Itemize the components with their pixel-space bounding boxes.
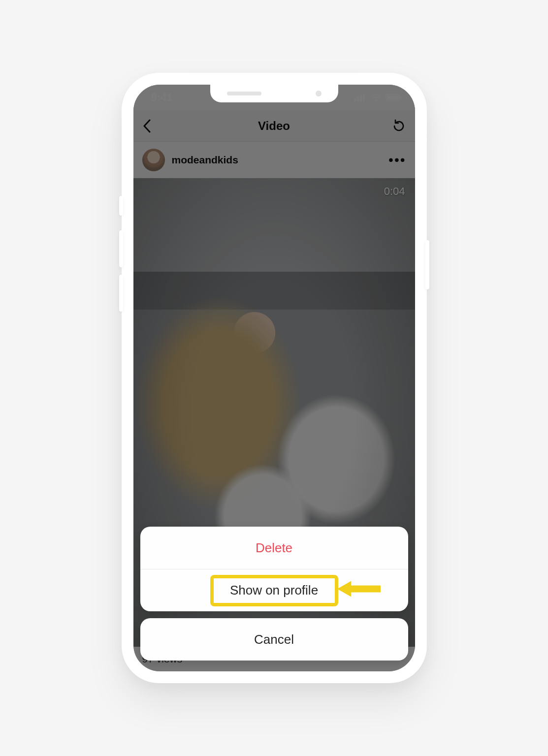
- front-camera: [316, 91, 322, 96]
- action-sheet-cancel-group: Cancel: [140, 618, 408, 661]
- phone-side-button: [119, 230, 123, 267]
- cancel-button[interactable]: Cancel: [140, 618, 408, 661]
- arrow-left-icon: [336, 579, 381, 598]
- action-label: Cancel: [254, 632, 294, 647]
- annotation-arrow: [336, 579, 381, 602]
- phone-frame: 9:41 Video: [122, 73, 427, 683]
- action-label: Show on profile: [230, 583, 318, 598]
- speaker-grille: [227, 92, 261, 95]
- action-label: Delete: [256, 540, 292, 556]
- screen: 9:41 Video: [133, 85, 415, 671]
- show-on-profile-button[interactable]: Show on profile: [140, 569, 408, 611]
- phone-side-button: [425, 240, 429, 289]
- phone-side-button: [119, 275, 123, 312]
- action-sheet-options: Delete Show on profile: [140, 527, 408, 611]
- phone-side-button: [119, 196, 123, 216]
- delete-button[interactable]: Delete: [140, 527, 408, 569]
- action-sheet: Delete Show on profile Cancel: [140, 527, 408, 661]
- notch: [210, 85, 338, 102]
